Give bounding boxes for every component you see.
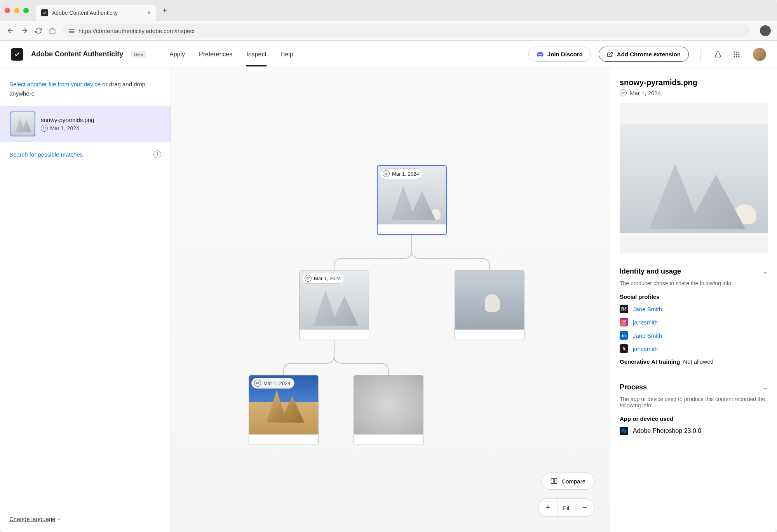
select-file-link[interactable]: Select another file from your device [9, 81, 101, 87]
forward-icon[interactable] [20, 26, 29, 35]
address-bar[interactable]: https://contentauthenticity.adobe.com/in… [62, 24, 750, 38]
behance-icon: Bē [620, 305, 628, 313]
compare-icon [551, 478, 557, 485]
panel-date-text: Mar 1, 2024 [630, 90, 661, 96]
app-used-value: Adobe Photoshop 23.0.0 [633, 427, 701, 434]
svg-point-15 [625, 321, 625, 321]
info-icon[interactable]: i [153, 150, 161, 158]
node-image [354, 375, 423, 434]
back-icon[interactable] [6, 26, 15, 35]
svg-point-14 [623, 321, 625, 323]
browser-tab[interactable]: Adobe Content Authenticity × [36, 5, 156, 21]
zoom-out-button[interactable]: − [575, 498, 594, 517]
identity-title: Identity and usage [620, 267, 681, 276]
preview-box [620, 103, 768, 253]
discord-icon [537, 52, 544, 57]
browser-profile-avatar[interactable] [760, 25, 771, 36]
zoom-fit-button[interactable]: Fit [557, 499, 575, 516]
svg-point-7 [738, 54, 739, 55]
social-x[interactable]: 𝕏 janesmith [620, 344, 768, 353]
apps-grid-icon[interactable] [731, 49, 742, 60]
zoom-in-button[interactable]: + [538, 498, 557, 517]
user-avatar[interactable] [753, 48, 766, 61]
main-nav: Apply Preferences Inspect Help [169, 42, 293, 66]
search-matches-text: Search for possible matches [9, 151, 83, 158]
social-instagram[interactable]: janesmith [620, 318, 768, 326]
node-bottom-left[interactable]: cr Mar 1, 2024 [249, 375, 319, 445]
maximize-window[interactable] [23, 8, 29, 13]
node-mid-right[interactable] [455, 270, 524, 340]
file-date: cr Mar 1, 2024 [41, 125, 94, 132]
divider [700, 47, 701, 61]
file-info: snowy-pyramids.png cr Mar 1, 2024 [41, 117, 94, 132]
cr-badge-icon: cr [305, 275, 312, 282]
node-date: Mar 1, 2024 [263, 380, 290, 386]
connectors [171, 68, 610, 532]
divider [620, 373, 768, 373]
node-mid-left[interactable]: cr Mar 1, 2024 [299, 270, 369, 340]
svg-rect-12 [554, 479, 557, 483]
node-footer [249, 434, 318, 445]
nav-inspect[interactable]: Inspect [246, 42, 267, 66]
chevron-down-icon: ⌄ [763, 384, 768, 391]
search-matches-link[interactable]: Search for possible matches i [0, 142, 171, 167]
app-used-row: Ps Adobe Photoshop 23.0.0 [620, 427, 768, 435]
social-behance[interactable]: Bē Jane Smith [620, 305, 768, 313]
svg-point-6 [736, 54, 737, 55]
cr-badge-icon: cr [41, 125, 48, 132]
tab-close-icon[interactable]: × [147, 9, 151, 16]
social-profiles-label: Social profiles [620, 293, 768, 300]
compare-label: Compare [561, 478, 585, 485]
social-link: Jane Smith [633, 332, 662, 339]
change-language-button[interactable]: Change language [9, 516, 61, 522]
panel-date: cr Mar 1, 2024 [620, 89, 768, 96]
social-linkedin[interactable]: in Jane Smith [620, 331, 768, 340]
labs-icon[interactable] [713, 49, 723, 60]
minimize-window[interactable] [14, 8, 19, 13]
window-controls [5, 8, 29, 13]
ai-training-field: Generative AI training Not allowed [620, 358, 768, 365]
add-extension-button[interactable]: Add Chrome extension [599, 47, 689, 62]
identity-section-header[interactable]: Identity and usage ⌄ [620, 264, 768, 279]
file-thumbnail [10, 112, 35, 136]
photoshop-icon: Ps [620, 427, 628, 435]
app-title: Adobe Content Authenticity [31, 50, 123, 58]
app-used-label: App or device used [620, 415, 768, 422]
node-date-chip: cr Mar 1, 2024 [251, 378, 294, 389]
details-panel: snowy-pyramids.png cr Mar 1, 2024 Identi… [610, 68, 777, 532]
file-item[interactable]: snowy-pyramids.png cr Mar 1, 2024 [0, 106, 171, 142]
social-link: janesmith [633, 345, 658, 352]
lang-text: Change language [9, 516, 55, 522]
social-link: janesmith [633, 319, 658, 326]
node-root[interactable]: cr Mar 1, 2024 [377, 165, 447, 235]
home-icon[interactable] [48, 26, 57, 35]
node-date-chip: cr Mar 1, 2024 [380, 168, 423, 179]
svg-rect-0 [69, 29, 74, 30]
nav-help[interactable]: Help [280, 42, 293, 66]
tab-favicon-icon [41, 9, 48, 16]
nav-apply[interactable]: Apply [169, 42, 185, 66]
close-window[interactable] [5, 8, 10, 13]
file-picker-hint: Select another file from your device or … [0, 80, 171, 98]
process-title: Process [620, 383, 647, 391]
reload-icon[interactable] [34, 26, 43, 35]
file-date-text: Mar 1, 2024 [50, 125, 79, 131]
extension-label: Add Chrome extension [617, 51, 681, 58]
file-name: snowy-pyramids.png [41, 117, 94, 123]
instagram-icon [620, 318, 628, 326]
provenance-canvas[interactable]: cr Mar 1, 2024 cr Mar 1, 2024 cr Mar 1, … [171, 68, 610, 532]
join-discord-button[interactable]: Join Discord [528, 47, 591, 62]
node-footer [354, 434, 423, 445]
svg-point-8 [734, 56, 735, 57]
compare-button[interactable]: Compare [542, 473, 594, 490]
process-section-header[interactable]: Process ⌄ [620, 380, 768, 394]
discord-label: Join Discord [547, 51, 583, 58]
browser-chrome: Adobe Content Authenticity × + https://c… [0, 0, 777, 41]
beta-badge: Beta [131, 51, 146, 58]
new-tab-button[interactable]: + [159, 6, 170, 15]
node-footer [378, 224, 446, 234]
browser-toolbar: https://contentauthenticity.adobe.com/in… [0, 21, 777, 40]
cr-badge-icon: cr [620, 89, 627, 96]
node-bottom-right[interactable] [354, 375, 423, 445]
nav-preferences[interactable]: Preferences [199, 42, 232, 66]
